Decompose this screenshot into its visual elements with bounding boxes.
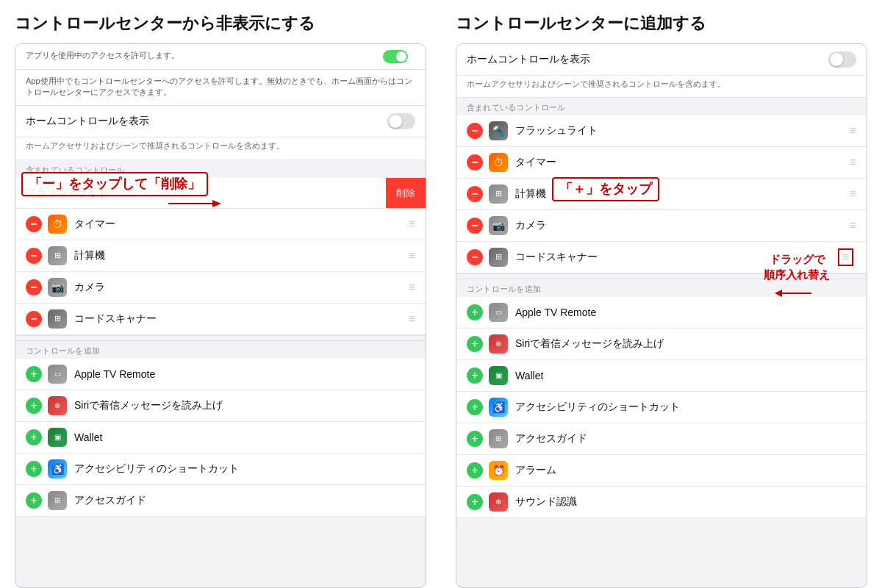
left-add-siri[interactable]: + ⊕ Siriで着信メッセージを読み上げ <box>15 390 426 422</box>
right-add-guide[interactable]: + ⊞ アクセスガイド <box>456 423 867 455</box>
left-icon-calculator: ⊞ <box>48 246 67 265</box>
right-plus-guide[interactable]: + <box>467 431 483 447</box>
left-camera-label: カメラ <box>74 281 403 294</box>
right-plus-sound[interactable]: + <box>467 494 483 510</box>
left-home-control-toggle[interactable] <box>387 113 415 129</box>
right-item-calculator[interactable]: − ⊞ 計算機 ≡ <box>456 179 867 210</box>
right-home-control-label: ホームコントロールを表示 <box>467 53 590 66</box>
left-add-wallet[interactable]: + ▣ Wallet <box>15 422 426 453</box>
left-title: コントロールセンターから非表示にする <box>15 0 426 43</box>
left-timer-label: タイマー <box>74 218 403 231</box>
left-plus-accessibility[interactable]: + <box>26 461 42 477</box>
left-contained-list: フラッシュライト ≡ 削除 「ー」をタップして「削除」 − <box>15 178 426 335</box>
left-item-calculator[interactable]: − ⊞ 計算機 ≡ <box>15 240 426 272</box>
right-minus-calculator[interactable]: − <box>467 186 483 202</box>
left-home-control-label: ホームコントロールを表示 <box>26 115 149 128</box>
left-timer-drag: ≡ <box>409 218 415 231</box>
right-home-control-toggle[interactable] <box>828 51 856 68</box>
right-drag-arrow <box>775 282 819 304</box>
left-item-qr[interactable]: − ⊞ コードスキャナー ≡ <box>15 304 426 335</box>
left-add-tv[interactable]: + ▭ Apple TV Remote <box>15 359 426 390</box>
right-contained-header: 含まれているコントロール <box>456 98 867 115</box>
left-icon-guide: ⊞ <box>48 491 67 510</box>
right-wallet-label: Wallet <box>515 370 856 381</box>
right-plus-alarm[interactable]: + <box>467 462 483 478</box>
right-minus-timer[interactable]: − <box>467 154 483 171</box>
right-sub-note: ホームアクセサリおよびシーンで推奨されるコントロールを含めます。 <box>456 76 867 98</box>
left-icon-tv: ▭ <box>48 365 67 384</box>
left-icon-camera: 📷 <box>48 278 67 297</box>
left-calculator-label: 計算機 <box>74 249 403 262</box>
right-icon-accessibility: ♿ <box>489 398 508 417</box>
left-plus-tv[interactable]: + <box>26 366 42 382</box>
left-icon-accessibility: ♿ <box>48 459 67 478</box>
left-calculator-drag: ≡ <box>409 249 415 262</box>
left-home-control-row[interactable]: ホームコントロールを表示 <box>15 106 426 137</box>
right-add-wallet[interactable]: + ▣ Wallet <box>456 360 867 392</box>
right-add-alarm[interactable]: + ⏰ アラーム <box>456 455 867 487</box>
left-divider <box>15 335 426 341</box>
right-title: コントロールセンターに追加する <box>456 0 867 43</box>
left-app-access-note: App使用中でもコントロールセンターへのアクセスを許可します。無効のときでも、ホ… <box>15 70 426 107</box>
right-home-control-row[interactable]: ホームコントロールを表示 <box>456 44 867 76</box>
right-plus-tv[interactable]: + <box>467 304 483 320</box>
left-sub-note: ホームアクセサリおよびシーンで推奨されるコントロールを含めます。 <box>15 137 426 159</box>
right-minus-flashlight[interactable]: − <box>467 123 483 139</box>
left-toggle-knob <box>389 115 402 128</box>
left-delete-button[interactable]: 削除 <box>386 178 426 209</box>
right-camera-label: カメラ <box>515 219 844 232</box>
right-settings-scroll[interactable]: ホームコントロールを表示 ホームアクセサリおよびシーンで推奨されるコントロールを… <box>456 44 867 587</box>
left-settings-scroll[interactable]: アプリを使用中のアクセスを許可します。 App使用中でもコントロールセンターへの… <box>15 44 426 587</box>
left-panel: コントロールセンターから非表示にする アプリを使用中のアクセスを許可します。 A… <box>0 0 441 588</box>
left-tv-label: Apple TV Remote <box>74 368 415 380</box>
left-qr-drag: ≡ <box>409 312 415 326</box>
right-icon-sound: ⊕ <box>489 492 508 512</box>
right-add-accessibility[interactable]: + ♿ アクセシビリティのショートカット <box>456 392 867 423</box>
left-wallet-label: Wallet <box>74 431 415 443</box>
left-phone-frame: アプリを使用中のアクセスを許可します。 App使用中でもコントロールセンターへの… <box>15 43 426 588</box>
right-qr-drag: ≡ <box>838 248 853 266</box>
left-item-camera[interactable]: − 📷 カメラ ≡ <box>15 272 426 304</box>
left-plus-guide[interactable]: + <box>26 492 42 509</box>
right-item-flashlight[interactable]: − 🔦 フラッシュライト ≡ <box>456 115 867 147</box>
right-item-timer[interactable]: − ⏱ タイマー ≡ <box>456 147 867 179</box>
right-plus-wallet[interactable]: + <box>467 368 483 384</box>
right-flashlight-label: フラッシュライト <box>515 124 844 137</box>
left-plus-siri[interactable]: + <box>26 398 42 414</box>
left-add-guide[interactable]: + ⊞ アクセスガイド <box>15 485 426 517</box>
left-minus-calculator[interactable]: − <box>26 248 42 264</box>
right-plus-siri[interactable]: + <box>467 336 483 352</box>
left-guide-label: アクセスガイド <box>74 494 415 507</box>
right-calculator-drag: ≡ <box>850 187 856 201</box>
left-siri-label: Siriで着信メッセージを読み上げ <box>74 399 415 412</box>
left-add-accessibility[interactable]: + ♿ アクセシビリティのショートカット <box>15 453 426 485</box>
left-minus-qr[interactable]: − <box>26 311 42 327</box>
right-minus-qr[interactable]: − <box>467 249 483 265</box>
left-annotation-text: 「ー」をタップして「削除」 <box>21 172 208 196</box>
svg-marker-1 <box>212 200 221 207</box>
right-alarm-label: アラーム <box>515 464 856 477</box>
right-icon-timer: ⏱ <box>489 153 508 172</box>
left-minus-camera[interactable]: − <box>26 279 42 295</box>
right-guide-label: アクセスガイド <box>515 432 856 445</box>
left-minus-timer[interactable]: − <box>26 216 42 232</box>
right-minus-camera[interactable]: − <box>467 218 483 234</box>
right-icon-calculator: ⊞ <box>489 184 508 204</box>
right-drag-annotation: ドラッグで順序入れ替え <box>764 251 830 304</box>
right-add-siri[interactable]: + ⊕ Siriで着信メッセージを読み上げ <box>456 329 867 360</box>
right-item-camera[interactable]: − 📷 カメラ ≡ <box>456 210 867 242</box>
left-icon-qr: ⊞ <box>48 309 67 329</box>
right-siri-label: Siriで着信メッセージを読み上げ <box>515 337 856 351</box>
right-accessibility-label: アクセシビリティのショートカット <box>515 401 856 414</box>
right-add-sound[interactable]: + ⊕ サウンド認識 <box>456 487 867 518</box>
right-icon-wallet: ▣ <box>489 366 508 385</box>
right-plus-accessibility[interactable]: + <box>467 399 483 415</box>
right-icon-camera: 📷 <box>489 216 508 235</box>
right-icon-alarm: ⏰ <box>489 461 508 480</box>
left-plus-wallet[interactable]: + <box>26 429 42 445</box>
right-timer-label: タイマー <box>515 156 844 169</box>
right-toggle-knob <box>830 53 843 66</box>
svg-marker-3 <box>775 290 782 297</box>
right-contained-list: − 🔦 フラッシュライト ≡ − ⏱ タイマー ≡ − ⊞ 計算機 <box>456 115 867 273</box>
right-sound-label: サウンド認識 <box>515 495 856 509</box>
